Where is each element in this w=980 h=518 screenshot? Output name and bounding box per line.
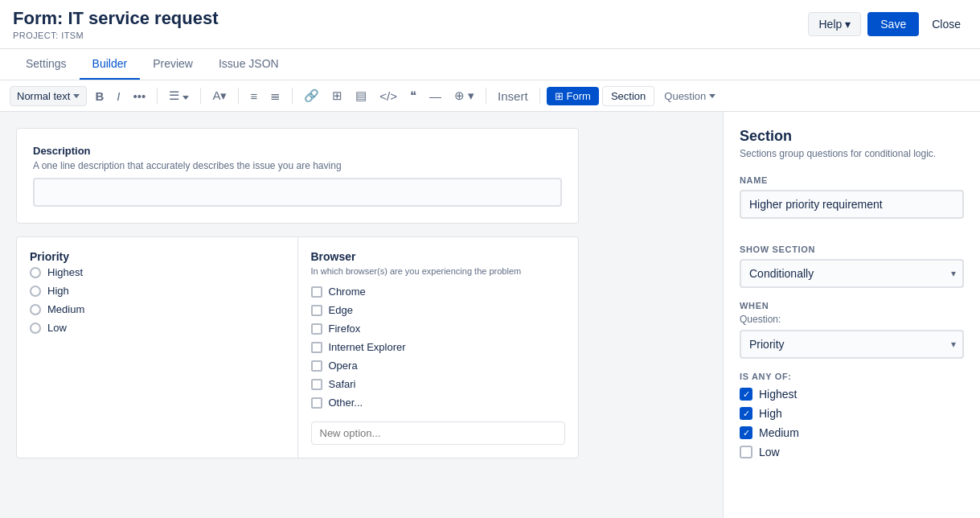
section-button[interactable]: Section [602, 86, 654, 106]
browser-ie-item: Internet Explorer [311, 341, 566, 353]
is-any-label: IS ANY OF: [740, 372, 964, 381]
condition-high-checkbox[interactable]: ✓ [740, 407, 752, 420]
divider-button[interactable]: — [424, 86, 446, 106]
quote-button[interactable]: ❝ [405, 85, 421, 106]
condition-high-item: ✓ High [740, 407, 964, 420]
form-button[interactable]: ⊞ Form [547, 87, 599, 105]
condition-medium-label: Medium [759, 426, 799, 439]
panel-subtitle: Sections group questions for conditional… [740, 148, 964, 159]
priority-high-label: High [47, 285, 69, 297]
name-section: NAME [740, 175, 964, 232]
insert-button[interactable]: Insert [493, 86, 533, 106]
text-style-select[interactable]: Normal text [10, 86, 87, 106]
question-select[interactable]: Priority Browser [740, 330, 964, 359]
condition-low-item: Low [740, 446, 964, 458]
bullet-list-button[interactable]: ≡ [245, 86, 262, 106]
layout-button[interactable]: ▤ [351, 85, 371, 106]
browser-safari-item: Safari [311, 378, 566, 390]
show-section-select[interactable]: Always Conditionally Never [740, 259, 964, 288]
priority-low-radio[interactable] [30, 323, 41, 334]
form-icon: ⊞ [555, 90, 564, 102]
divider-4 [292, 88, 293, 104]
question-button[interactable]: Question [658, 87, 722, 105]
condition-medium-checkbox[interactable]: ✓ [740, 426, 752, 439]
browser-edge-checkbox[interactable] [311, 305, 322, 316]
browser-firefox-item: Firefox [311, 323, 566, 335]
form-title: Form: IT service request [13, 8, 219, 29]
priority-title: Priority [30, 250, 285, 263]
condition-highest-item: ✓ Highest [740, 388, 964, 401]
table-button[interactable]: ⊞ [327, 85, 347, 106]
question-label: Question: [740, 314, 964, 325]
text-color-button[interactable]: A▾ [207, 85, 232, 106]
align-button[interactable]: ☰ [164, 85, 194, 106]
name-input[interactable] [740, 190, 964, 219]
divider-6 [539, 88, 540, 104]
browser-chrome-label: Chrome [329, 286, 366, 298]
description-section: Description A one line description that … [16, 128, 579, 224]
link-button[interactable]: 🔗 [299, 85, 324, 106]
save-button[interactable]: Save [867, 12, 919, 36]
priority-high-radio[interactable] [30, 286, 41, 297]
condition-medium-item: ✓ Medium [740, 426, 964, 439]
browser-edge-label: Edge [329, 304, 353, 316]
divider-2 [200, 88, 201, 104]
condition-low-label: Low [759, 446, 780, 458]
description-label: Description [33, 145, 562, 157]
browser-other-item: Other... [311, 397, 566, 409]
text-style-label: Normal text [17, 90, 70, 102]
priority-highest-radio[interactable] [30, 267, 41, 278]
question-wrapper: Priority Browser ▾ [740, 330, 964, 359]
new-option-input[interactable] [311, 421, 566, 445]
help-label: Help [818, 18, 842, 31]
browser-chrome-checkbox[interactable] [311, 286, 322, 298]
description-input[interactable] [33, 178, 562, 207]
browser-firefox-checkbox[interactable] [311, 323, 322, 335]
when-section: WHEN Question: Priority Browser ▾ [740, 301, 964, 359]
priority-medium-label: Medium [47, 303, 84, 315]
condition-highest-label: Highest [759, 388, 797, 401]
browser-ie-checkbox[interactable] [311, 342, 322, 353]
browser-other-checkbox[interactable] [311, 397, 322, 409]
priority-highest-label: Highest [47, 266, 83, 278]
description-hint: A one line description that accurately d… [33, 160, 562, 171]
bold-button[interactable]: B [90, 86, 109, 106]
italic-button[interactable]: I [112, 86, 125, 106]
add-button[interactable]: ⊕ ▾ [449, 85, 479, 106]
priority-low-item: Low [30, 322, 285, 334]
project-label: PROJECT: ITSM [13, 31, 219, 40]
question-chevron-icon [709, 94, 716, 98]
canvas: Description A one line description that … [0, 112, 723, 518]
main-layout: Description A one line description that … [0, 112, 980, 518]
show-section-label: SHOW SECTION [740, 245, 964, 254]
priority-medium-radio[interactable] [30, 304, 41, 315]
tab-preview[interactable]: Preview [140, 49, 206, 80]
nav-tabs: Settings Builder Preview Issue JSON [0, 49, 980, 80]
close-button[interactable]: Close [925, 13, 967, 35]
numbered-list-button[interactable]: ≣ [265, 85, 285, 106]
condition-low-checkbox[interactable] [740, 446, 752, 458]
more-formatting-button[interactable]: ••• [128, 86, 150, 106]
help-button[interactable]: Help ▾ [808, 12, 861, 36]
tab-settings[interactable]: Settings [13, 49, 80, 80]
tab-issue-json[interactable]: Issue JSON [206, 49, 292, 80]
divider-1 [157, 88, 158, 104]
panel-title: Section [740, 128, 964, 145]
show-section-section: SHOW SECTION Always Conditionally Never … [740, 245, 964, 288]
browser-firefox-label: Firefox [329, 323, 361, 335]
text-style-chevron-icon [73, 94, 80, 98]
browser-safari-checkbox[interactable] [311, 379, 322, 390]
priority-medium-item: Medium [30, 303, 285, 315]
condition-highest-checkbox[interactable]: ✓ [740, 388, 752, 401]
app-header: Form: IT service request PROJECT: ITSM H… [0, 0, 980, 49]
when-label: WHEN [740, 301, 964, 310]
question-label: Question [664, 90, 706, 102]
browser-chrome-item: Chrome [311, 286, 566, 298]
code-button[interactable]: </> [375, 86, 402, 106]
divider-5 [486, 88, 486, 104]
tab-builder[interactable]: Builder [80, 49, 141, 80]
browser-ie-label: Internet Explorer [329, 341, 406, 353]
browser-opera-checkbox[interactable] [311, 360, 322, 372]
form-label: Form [567, 90, 591, 102]
header-right: Help ▾ Save Close [808, 12, 967, 36]
